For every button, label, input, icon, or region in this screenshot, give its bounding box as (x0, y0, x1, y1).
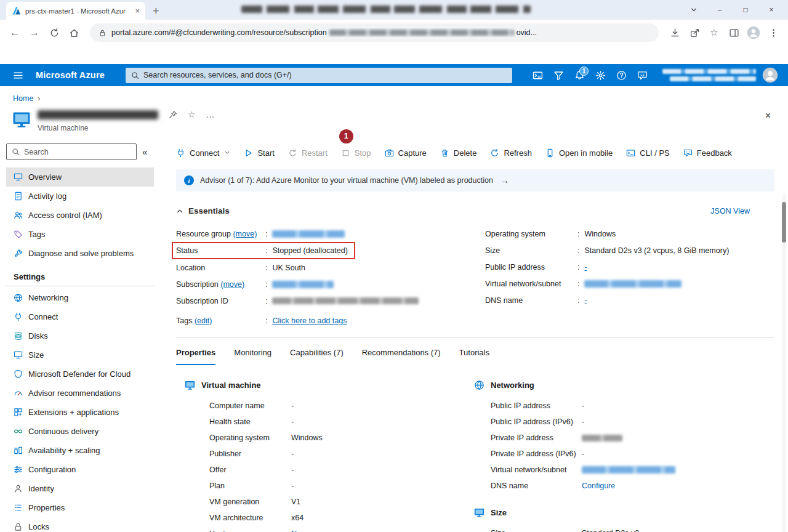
sidebar-item-overview[interactable]: Overview (6, 167, 154, 187)
field-value[interactable]: - (584, 263, 587, 272)
cloud-shell-icon[interactable] (527, 64, 548, 86)
notifications-bell-icon[interactable]: 1 (569, 64, 590, 86)
tab-recommendations-7[interactable]: Recommendations (7) (362, 348, 441, 365)
sidebar-item-continuous-delivery[interactable]: Continuous delivery (6, 422, 154, 441)
sidebar-item-advisor-recommendations[interactable]: Advisor recommendations (6, 384, 154, 403)
sidebar-item-label: Availability + scaling (28, 446, 100, 455)
breadcrumb-separator: › (38, 94, 40, 103)
tab-properties[interactable]: Properties (176, 348, 215, 365)
advisor-arrow-icon[interactable]: → (501, 175, 509, 185)
tab-monitoring[interactable]: Monitoring (234, 348, 271, 365)
json-view-link[interactable]: JSON View (710, 207, 750, 216)
feedback-smiley-icon[interactable] (632, 64, 653, 86)
sidebar-item-size[interactable]: Size (6, 345, 154, 365)
subscription-link[interactable]: (move) (220, 280, 244, 289)
main-scrollbar[interactable] (782, 195, 786, 532)
close-window-button[interactable]: × (758, 6, 784, 14)
advisor-banner[interactable]: i Advisor (1 of 7): Add Azure Monitor to… (176, 169, 774, 191)
command-cli-ps[interactable]: CLI / PS (626, 148, 669, 158)
breadcrumb-home-link[interactable]: Home (13, 94, 33, 103)
pin-icon[interactable] (169, 110, 177, 119)
tab-close-icon[interactable]: × (135, 6, 140, 15)
property-label: Health state (209, 417, 291, 426)
global-search[interactable] (126, 68, 512, 83)
resource-menu: « OverviewActivity logAccess control (IA… (0, 140, 161, 532)
browser-tab-active[interactable]: prs-ctx-master1 - Microsoft Azur × (6, 2, 145, 20)
collapse-menu-button[interactable]: « (142, 147, 147, 157)
field-value[interactable]: - (584, 296, 587, 305)
close-blade-icon[interactable]: × (765, 110, 771, 121)
redacted-value (272, 297, 419, 304)
redacted-account-directory (670, 76, 756, 81)
maximize-button[interactable]: □ (733, 6, 758, 14)
help-icon[interactable] (611, 64, 632, 86)
tab-tutorials[interactable]: Tutorials (459, 348, 489, 365)
command-label: Feedback (697, 148, 732, 158)
portal-hamburger-icon[interactable] (7, 64, 28, 86)
favorite-icon[interactable]: ☆ (188, 110, 196, 119)
tags-link[interactable]: (edit) (195, 316, 212, 325)
menu-search-input[interactable] (24, 148, 131, 156)
minimize-button[interactable]: – (707, 6, 733, 14)
command-feedback[interactable]: Feedback (683, 148, 732, 158)
sidebar-item-diagnose-and-solve-problems[interactable]: Diagnose and solve problems (6, 244, 154, 263)
resource-group-link[interactable]: (move) (233, 230, 257, 238)
sidebar-item-configuration[interactable]: Configuration (6, 460, 154, 479)
favorite-star-icon[interactable]: ☆ (706, 24, 723, 41)
command-open-in-mobile[interactable]: Open in mobile (545, 148, 613, 158)
sidebar-item-activity-log[interactable]: Activity log (6, 187, 154, 206)
essentials-subscription-id: Subscription ID: (176, 292, 479, 309)
command-delete[interactable]: Delete (440, 148, 477, 158)
settings-gear-icon[interactable] (590, 64, 611, 86)
download-icon[interactable] (666, 24, 683, 41)
sidebar-item-extensions-applications[interactable]: Extensions + applications (6, 403, 154, 422)
home-button[interactable] (65, 24, 82, 41)
host-group-value-link[interactable]: None (291, 530, 310, 532)
back-button[interactable]: ← (6, 24, 23, 41)
sidebar-item-disks[interactable]: Disks (6, 326, 154, 345)
sidebar-item-networking[interactable]: Networking (6, 288, 154, 307)
share-icon[interactable] (686, 24, 703, 41)
property-label: VM architecture (209, 514, 291, 522)
menu-search[interactable] (6, 143, 137, 160)
forward-button[interactable]: → (26, 24, 43, 41)
account-avatar[interactable] (762, 67, 778, 83)
sidebar-item-properties[interactable]: Properties (6, 498, 154, 517)
sidebar-item-microsoft-defender-for-cloud[interactable]: Microsoft Defender for Cloud (6, 365, 154, 384)
sidebar-item-tags[interactable]: Tags (6, 225, 154, 244)
reload-button[interactable] (46, 24, 63, 41)
azure-brand[interactable]: Microsoft Azure (36, 70, 105, 80)
sidebar-item-availability-scaling[interactable]: Availability + scaling (6, 441, 154, 460)
networking-icon (474, 380, 484, 390)
tags-value-link[interactable]: Click here to add tags (272, 316, 347, 325)
command-refresh[interactable]: Refresh (490, 148, 532, 158)
dns-name-value-link[interactable]: Configure (582, 482, 615, 490)
sidebar-item-identity[interactable]: Identity (6, 479, 154, 498)
split-screen-icon[interactable] (725, 24, 742, 41)
command-capture[interactable]: Capture (385, 148, 427, 158)
main-scrollbar-thumb[interactable] (782, 202, 786, 243)
browser-menu-icon[interactable] (765, 24, 782, 41)
command-connect[interactable]: Connect (176, 148, 230, 158)
sidebar-item-access-control-iam[interactable]: Access control (IAM) (6, 206, 154, 225)
essentials-tags-edit: Tags (edit):Click here to add tags (176, 312, 479, 329)
essentials-resource-group-move: Resource group (move): (176, 225, 479, 242)
account-info-redacted[interactable] (662, 69, 756, 81)
browser-profile-avatar[interactable] (745, 24, 762, 41)
continuous-delivery-icon (14, 427, 23, 436)
sidebar-item-locks[interactable]: Locks (6, 517, 154, 532)
window-menu-chevron-icon[interactable] (681, 6, 707, 14)
command-restart[interactable]: Restart (288, 148, 328, 158)
new-tab-button[interactable]: + (153, 6, 159, 17)
property-row-host-group: Host groupNone (209, 526, 474, 532)
directory-filter-icon[interactable] (548, 64, 569, 86)
collapse-essentials-icon[interactable] (176, 208, 183, 215)
command-stop[interactable]: Stop1 (341, 148, 371, 158)
address-bar[interactable]: portal.azure.com/#@cfcunderwriting.com/r… (90, 23, 659, 42)
tab-capabilities-7[interactable]: Capabilities (7) (290, 348, 344, 365)
property-value: - (291, 449, 294, 458)
sidebar-item-connect[interactable]: Connect (6, 307, 154, 326)
more-actions-icon[interactable]: … (206, 110, 215, 119)
command-start[interactable]: Start (244, 148, 274, 158)
global-search-input[interactable] (143, 71, 507, 79)
